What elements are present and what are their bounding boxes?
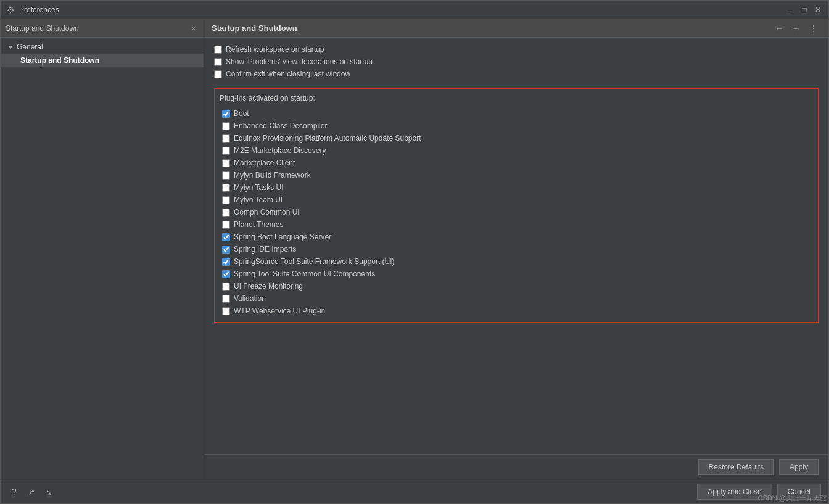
plugin-checkbox-p4[interactable] <box>222 147 230 155</box>
close-button[interactable]: ✕ <box>812 4 823 15</box>
panel-title: Startup and Shutdown <box>212 23 772 33</box>
plugin-item-p3: Equinox Provisioning Platform Automatic … <box>220 132 813 144</box>
menu-button[interactable]: ⋮ <box>806 21 821 36</box>
sidebar-tree: ▼ General Startup and Shutdown <box>1 38 204 479</box>
top-checkboxes: Refresh workspace on startupShow 'Proble… <box>214 45 819 78</box>
plugin-checkbox-p8[interactable] <box>222 196 230 204</box>
help-icon[interactable]: ? <box>8 485 20 498</box>
plugin-label-p8[interactable]: Mylyn Team UI <box>234 196 283 204</box>
plugin-label-p16[interactable]: Validation <box>234 294 266 303</box>
plugin-label-p13[interactable]: SpringSource Tool Suite Framework Suppor… <box>234 257 395 266</box>
plugin-list: BootEnhanced Class DecompilerEquinox Pro… <box>220 107 813 317</box>
plugin-checkbox-p12[interactable] <box>222 246 230 254</box>
watermark: CSDN @头上一片天空 <box>758 494 827 503</box>
back-button[interactable]: ← <box>772 21 786 36</box>
plugin-label-p1[interactable]: Boot <box>234 109 249 118</box>
sidebar-header: Startup and Shutdown × <box>1 19 204 38</box>
plugin-checkbox-p2[interactable] <box>222 122 230 130</box>
export-icon[interactable]: ↗ <box>25 485 38 498</box>
plugin-label-p6[interactable]: Mylyn Build Framework <box>234 171 311 180</box>
plugin-item-p17: WTP Webservice UI Plug-in <box>220 305 813 317</box>
plugin-label-p11[interactable]: Spring Boot Language Server <box>234 233 331 241</box>
plugin-label-p15[interactable]: UI Freeze Monitoring <box>234 282 303 291</box>
apply-button[interactable]: Apply <box>779 459 819 475</box>
preferences-window: ⚙ Preferences ─ □ ✕ Startup and Shutdown… <box>0 0 829 504</box>
tree-child-startup[interactable]: Startup and Shutdown <box>1 54 204 67</box>
checkbox-label-cb1[interactable]: Refresh workspace on startup <box>226 45 324 54</box>
plugin-item-p15: UI Freeze Monitoring <box>220 280 813 292</box>
titlebar: ⚙ Preferences ─ □ ✕ <box>1 1 828 19</box>
plugins-label: Plug-ins activated on startup: <box>220 94 813 102</box>
plugin-label-p12[interactable]: Spring IDE Imports <box>234 245 296 254</box>
plugin-item-p7: Mylyn Tasks UI <box>220 181 813 194</box>
plugin-checkbox-p9[interactable] <box>222 209 230 217</box>
plugin-item-p10: Planet Themes <box>220 218 813 231</box>
plugin-label-p7[interactable]: Mylyn Tasks UI <box>234 183 283 192</box>
right-panel: Startup and Shutdown ← → ⋮ Refresh works… <box>204 19 828 479</box>
plugin-label-p10[interactable]: Planet Themes <box>234 220 284 229</box>
checkbox-label-cb2[interactable]: Show 'Problems' view decorations on star… <box>226 57 373 66</box>
tree-item-general[interactable]: ▼ General <box>1 40 204 54</box>
plugin-checkbox-p17[interactable] <box>222 307 230 315</box>
restore-defaults-button[interactable]: Restore Defaults <box>698 459 774 475</box>
plugin-item-p6: Mylyn Build Framework <box>220 169 813 181</box>
window-controls: ─ □ ✕ <box>785 4 823 15</box>
plugin-checkbox-p5[interactable] <box>222 159 230 167</box>
plugin-item-p8: Mylyn Team UI <box>220 194 813 206</box>
app-icon: ⚙ <box>6 5 15 15</box>
plugin-checkbox-p13[interactable] <box>222 258 230 266</box>
plugin-label-p5[interactable]: Marketplace Client <box>234 159 295 167</box>
sidebar: Startup and Shutdown × ▼ General Startup… <box>1 19 204 479</box>
plugins-box: Plug-ins activated on startup: BootEnhan… <box>214 88 819 323</box>
bottom-bar: Restore Defaults Apply <box>204 454 828 479</box>
checkbox-label-cb3[interactable]: Confirm exit when closing last window <box>226 70 350 78</box>
checkbox-cb3[interactable] <box>214 70 222 78</box>
minimize-button[interactable]: ─ <box>785 4 796 15</box>
panel-nav: ← → ⋮ <box>772 21 821 36</box>
plugin-item-p16: Validation <box>220 292 813 305</box>
plugin-label-p2[interactable]: Enhanced Class Decompiler <box>234 122 327 130</box>
plugin-label-p9[interactable]: Oomph Common UI <box>234 208 300 217</box>
plugin-item-p12: Spring IDE Imports <box>220 243 813 255</box>
plugin-item-p14: Spring Tool Suite Common UI Components <box>220 268 813 280</box>
checkbox-cb1[interactable] <box>214 46 222 54</box>
plugin-checkbox-p3[interactable] <box>222 134 230 143</box>
panel-content: Refresh workspace on startupShow 'Proble… <box>204 38 828 454</box>
plugin-checkbox-p15[interactable] <box>222 283 230 291</box>
plugin-checkbox-p6[interactable] <box>222 171 230 180</box>
checkbox-row-cb2: Show 'Problems' view decorations on star… <box>214 57 819 66</box>
plugin-item-p13: SpringSource Tool Suite Framework Suppor… <box>220 255 813 268</box>
checkbox-row-cb1: Refresh workspace on startup <box>214 45 819 54</box>
checkbox-cb2[interactable] <box>214 58 222 66</box>
expand-icon-general: ▼ <box>6 42 15 52</box>
sidebar-header-title: Startup and Shutdown <box>6 24 189 33</box>
plugin-item-p2: Enhanced Class Decompiler <box>220 120 813 132</box>
tree-child-startup-label: Startup and Shutdown <box>20 56 99 65</box>
window-title: Preferences <box>19 6 785 14</box>
plugin-label-p3[interactable]: Equinox Provisioning Platform Automatic … <box>234 134 421 143</box>
plugin-checkbox-p16[interactable] <box>222 295 230 303</box>
plugin-label-p17[interactable]: WTP Webservice UI Plug-in <box>234 307 325 315</box>
plugin-label-p4[interactable]: M2E Marketplace Discovery <box>234 146 326 155</box>
plugin-checkbox-p1[interactable] <box>222 110 230 118</box>
plugin-item-p5: Marketplace Client <box>220 157 813 169</box>
plugin-checkbox-p10[interactable] <box>222 221 230 229</box>
import-icon[interactable]: ↘ <box>43 485 55 498</box>
footer-left: ? ↗ ↘ <box>8 485 697 498</box>
plugin-checkbox-p11[interactable] <box>222 233 230 241</box>
checkbox-row-cb3: Confirm exit when closing last window <box>214 70 819 78</box>
plugin-item-p11: Spring Boot Language Server <box>220 231 813 243</box>
plugin-item-p9: Oomph Common UI <box>220 206 813 218</box>
panel-header: Startup and Shutdown ← → ⋮ <box>204 19 828 38</box>
plugin-label-p14[interactable]: Spring Tool Suite Common UI Components <box>234 270 375 278</box>
forward-button[interactable]: → <box>789 21 804 36</box>
plugin-checkbox-p14[interactable] <box>222 270 230 278</box>
main-content: Startup and Shutdown × ▼ General Startup… <box>1 19 828 479</box>
sidebar-close-button[interactable]: × <box>189 23 199 33</box>
maximize-button[interactable]: □ <box>799 4 810 15</box>
plugin-item-p1: Boot <box>220 107 813 120</box>
footer-bar: ? ↗ ↘ Apply and Close Cancel <box>1 479 828 503</box>
plugin-checkbox-p7[interactable] <box>222 184 230 192</box>
tree-item-general-label: General <box>17 43 43 51</box>
plugin-item-p4: M2E Marketplace Discovery <box>220 144 813 157</box>
